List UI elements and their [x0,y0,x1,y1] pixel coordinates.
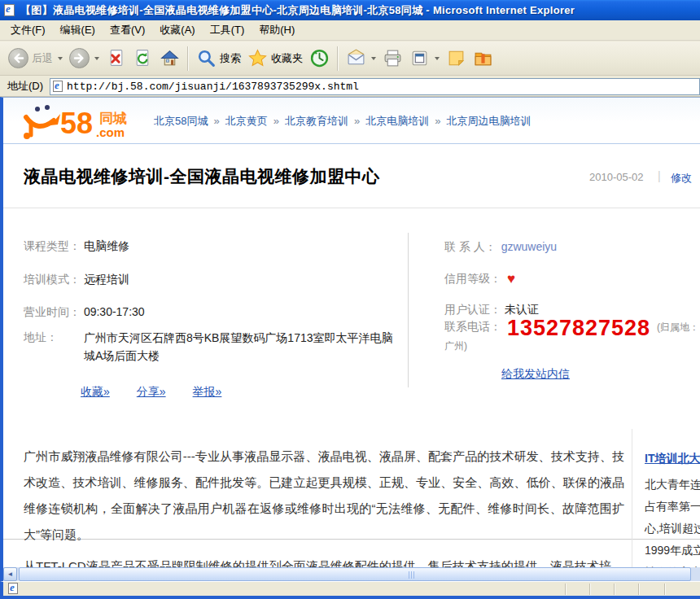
menu-bar: 文件(F) 编辑(E) 查看(V) 收藏(A) 工具(T) 帮助(H) [0,20,700,41]
page-title: 液晶电视维修培训-全国液晶电视维修加盟中心 [24,165,380,188]
scroll-left-button[interactable] [3,567,17,581]
back-button[interactable]: 后退 [5,44,66,73]
report-link[interactable]: 举报» [193,385,222,400]
scrollbar-thumb[interactable] [19,567,691,581]
field-course-type: 课程类型： 电脑维修 [24,238,129,255]
edit-icon [409,48,430,68]
send-message-link[interactable]: 给我发站内信 [501,367,570,380]
history-button[interactable] [306,44,333,73]
address-label: 地址(D) [0,79,50,94]
scrollbar-grip-icon [409,571,416,579]
svg-text:同城: 同城 [99,111,127,126]
contact-name-label: 联 系 人： [444,240,497,253]
edit-button[interactable] [406,44,443,73]
menu-view[interactable]: 查看(V) [103,20,152,40]
address-input[interactable]: http://bj.58.com/jisuanji/1637893735299x… [50,78,700,95]
menu-tools[interactable]: 工具(T) [203,20,252,40]
stop-button[interactable] [103,44,129,73]
credit-rating-row: 信用等级： [444,270,515,287]
toolbar-separator [187,46,189,71]
field-training-mode: 培训模式： 远程培训 [24,271,129,288]
phone-row: 联系电话： 13527827528 (归属地：广州) [444,318,700,355]
breadcrumb-separator: » [354,115,360,127]
favorites-button[interactable]: 收藏夹 [244,44,306,73]
forward-button[interactable] [66,44,103,73]
menu-edit[interactable]: 编辑(E) [53,20,103,40]
sidebar-text-line: 北大青年连 [645,474,700,496]
window-title: 【图】液晶电视维修培训-全国液晶电视维修加盟中心-北京周边电脑培训-北京58同城… [20,3,575,18]
breadcrumb-link-2[interactable]: 北京黄页 [225,114,268,129]
back-dropdown-icon[interactable] [58,57,63,60]
home-icon [160,48,180,68]
mail-icon [346,48,366,68]
menu-help[interactable]: 帮助(H) [252,20,302,40]
page-icon [53,81,63,92]
window-bottom-border [0,596,700,599]
mail-dropdown-icon[interactable] [371,57,376,60]
folder-button[interactable] [470,44,497,73]
field-address: 地址： 广州市天河区石牌西8号KB展望数码广场1713室即太平洋电脑城A场后面大… [24,329,397,365]
title-bar: 【图】液晶电视维修培训-全国液晶电视维修加盟中心-北京周边电脑培训-北京58同城… [0,0,700,20]
breadcrumb-separator: » [435,115,440,127]
right-sidebar: IT培训北大青 北大青年连 占有率第一, 心,培训超过 1999年成立 社会的高… [645,452,700,567]
contact-name-row: 联 系 人： gzwuweiyu [444,238,557,256]
phone-number: 13527827528 [507,316,650,340]
status-panel-divider [565,584,566,595]
home-button[interactable] [156,44,183,73]
info-section: 课程类型： 电脑维修 培训模式： 远程培训 营业时间： 09:30-17:30 … [3,208,700,428]
breadcrumb-link-5[interactable]: 北京周边电脑培训 [446,114,531,129]
printer-icon [383,48,403,68]
heart-icon [507,271,515,286]
breadcrumb-link-1[interactable]: 北京58同城 [154,114,208,129]
address-url: http://bj.58.com/jisuanji/1637893735299x… [67,81,359,93]
status-panel-divider [664,584,665,595]
search-label: 搜索 [220,51,241,66]
refresh-button[interactable] [129,44,156,73]
favorite-link[interactable]: 收藏» [81,385,110,400]
sidebar-divider [632,429,632,567]
menu-favorites[interactable]: 收藏(A) [152,20,202,40]
field-label: 培训模式： [24,271,81,288]
field-value: 远程培训 [84,271,129,288]
page-content: 58 .com 同城 北京58同城 » 北京黄页 » 北京教育培训 » 北京电脑… [0,97,700,567]
sidebar-text-line: 社会的高度 [645,562,700,567]
svg-text:.com: .com [96,125,125,139]
stop-icon [106,48,126,68]
status-panel-divider [614,584,615,595]
search-button[interactable]: 搜索 [193,44,244,73]
standard-toolbar: 后退 搜索 [0,42,700,76]
share-link[interactable]: 分享» [137,385,166,400]
edit-dropdown-icon[interactable] [435,57,440,60]
sidebar-text-line: 1999年成立 [645,540,700,562]
sidebar-text-line: 占有率第一, [645,496,700,518]
field-label: 地址： [24,329,81,346]
edit-link[interactable]: 修改 [671,171,692,186]
menu-file[interactable]: 文件(F) [3,20,53,40]
toolbar-separator [337,46,339,71]
status-bar [0,581,700,596]
phone-label: 联系电话： [444,320,501,333]
logo-58-number: 58 [60,107,93,140]
favorites-label: 收藏夹 [271,51,303,66]
auth-label: 用户认证： [444,303,501,316]
back-icon [8,48,28,68]
meta-separator: | [658,169,661,182]
description-paragraph: 广州市威翔液晶维修有限公司---专业从事液晶显示器、液晶电视、液晶屏、配套产品的… [24,444,624,548]
sticky-note-button[interactable] [443,44,470,73]
sidebar-ad-link[interactable]: IT培训北大青 [645,452,700,466]
post-date: 2010-05-02 [589,171,644,183]
field-value: 电脑维修 [84,238,129,255]
mail-button[interactable] [343,44,379,73]
credit-label: 信用等级： [444,272,501,285]
field-label: 营业时间： [24,304,81,321]
horizontal-scrollbar[interactable] [0,567,700,581]
search-icon [196,48,217,68]
forward-dropdown-icon[interactable] [94,57,99,60]
folder-icon [473,48,493,68]
breadcrumb-link-4[interactable]: 北京电脑培训 [365,114,429,129]
forward-icon [69,48,90,68]
print-button[interactable] [379,44,406,73]
logo-58[interactable]: 58 .com 同城 [18,101,152,142]
svg-text:58: 58 [60,107,93,140]
breadcrumb-link-3[interactable]: 北京教育培训 [285,114,348,129]
